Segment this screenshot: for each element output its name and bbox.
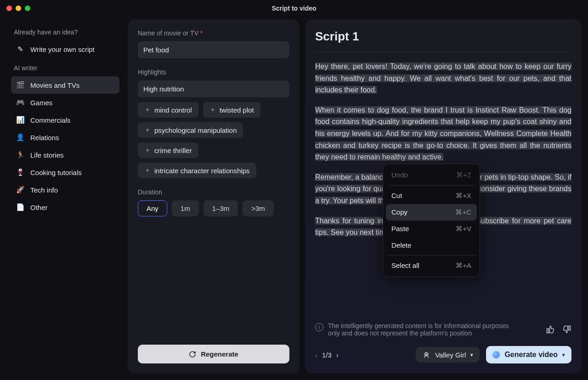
chip-crime-thriller[interactable]: ＋crime thriller [138,142,198,158]
regenerate-label: Regenerate [201,350,238,358]
rocket-icon: 🚀 [16,185,25,194]
sidebar-heading-ai-writer: AI writer [14,64,122,72]
svg-point-0 [425,352,428,355]
sidebar-item-tech[interactable]: 🚀 Tech info [11,181,119,199]
sidebar-item-label: Movies and TVs [30,81,79,89]
chip-label: mind control [154,106,192,114]
sidebar-item-label: Life stories [30,151,64,159]
ctx-label: Cut [391,192,402,200]
chip-twisted-plot[interactable]: ＋twisted plot [203,102,260,118]
regenerate-button[interactable]: Regenerate [138,345,289,363]
plus-icon: ＋ [144,166,151,175]
window-title: Script to video [0,5,588,12]
duration-options: Any 1m 1–3m >3m [138,200,289,216]
name-input[interactable] [138,41,289,58]
sidebar-item-games[interactable]: 🎮 Games [11,94,119,111]
thumbs-up-icon[interactable] [546,325,555,334]
titlebar: Script to video [0,0,588,17]
name-field-label: Name of movie or TV * [138,29,289,37]
ctx-copy[interactable]: Copy ⌘+C [386,204,477,221]
maximize-window-button[interactable] [25,6,30,11]
duration-label: Duration [138,188,289,196]
sidebar-item-label: Other [30,204,48,211]
plus-icon: ＋ [144,146,151,154]
page-indicator: 1/3 [322,351,332,359]
person-icon: 👤 [16,133,25,142]
ctx-label: Copy [391,208,407,216]
sidebar-item-commercials[interactable]: 📊 Commercials [11,111,119,129]
thumbs-down-icon[interactable] [562,325,571,334]
ctx-label: Select all [391,261,419,270]
window-controls [6,6,30,11]
sidebar-item-label: Tech info [30,186,58,194]
sidebar: Already have an idea? ✎ Write your own s… [6,19,122,374]
highlights-label: Highlights [138,68,289,76]
chip-intricate-relationships[interactable]: ＋intricate character relationships [138,163,256,178]
info-icon: i [315,323,323,331]
clapper-icon: 🎬 [16,80,25,90]
ctx-label: Undo [391,171,408,179]
sidebar-heading-idea: Already have an idea? [14,28,122,36]
sidebar-item-label: Commercials [30,116,71,124]
megaphone-icon: 📊 [16,115,25,125]
sidebar-item-movies-tv[interactable]: 🎬 Movies and TVs [11,76,119,94]
disclaimer-row: i The intelligently generated content is… [315,314,571,337]
close-window-button[interactable] [6,6,12,11]
sidebar-item-label: Cooking tutorials [30,169,82,176]
script-title: Script 1 [315,29,571,52]
sidebar-item-relations[interactable]: 👤 Relations [11,129,119,146]
script-pager: ‹ 1/3 › [315,351,339,359]
script-para-1: Hey there, pet lovers! Today, we're goin… [315,62,571,94]
duration-1m[interactable]: 1m [172,200,199,216]
chip-mind-control[interactable]: ＋mind control [138,102,198,118]
sparkle-orb-icon [492,351,500,358]
sidebar-item-life-stories[interactable]: 🏃 Life stories [11,146,119,164]
duration-any[interactable]: Any [138,200,167,216]
ctx-cut[interactable]: Cut ⌘+X [386,187,477,204]
runner-icon: 🏃 [16,150,25,159]
script-footer: ‹ 1/3 › Valley Girl ▾ Generate video ▾ [315,337,571,363]
next-page-button[interactable]: › [336,351,339,359]
chip-label: psychological manipulation [154,126,237,134]
ctx-label: Delete [391,241,411,249]
minimize-window-button[interactable] [16,6,21,11]
script-para-2: When it comes to dog food, the brand I t… [315,106,571,161]
context-menu: Undo ⌘+Z Cut ⌘+X Copy ⌘+C Paste ⌘+V Dele… [383,164,480,277]
duration-gt3m[interactable]: >3m [243,200,274,216]
ctx-paste[interactable]: Paste ⌘+V [386,221,477,237]
chevron-down-icon: ▾ [562,352,565,358]
plus-icon: ＋ [144,126,151,134]
refresh-icon [189,351,196,358]
plus-icon: ＋ [209,106,216,114]
sidebar-item-label: Games [30,99,52,107]
ctx-label: Paste [391,225,409,233]
ctx-undo: Undo ⌘+Z [386,167,477,183]
prev-page-button[interactable]: ‹ [315,351,317,359]
sidebar-item-cooking[interactable]: 🍷 Cooking tutorials [11,164,119,181]
name-label-text: Name of movie or TV [138,29,198,37]
chip-label: twisted plot [220,106,254,114]
highlight-chips: ＋mind control ＋twisted plot ＋psychologic… [138,102,289,178]
disclaimer-text: The intelligently generated content is f… [328,322,521,337]
wine-icon: 🍷 [16,168,25,177]
voice-icon [422,351,430,359]
ctx-separator [388,185,475,186]
ctx-delete[interactable]: Delete [386,237,477,253]
generate-video-button[interactable]: Generate video ▾ [486,346,571,363]
page-current: 1 [322,351,326,359]
ctx-shortcut: ⌘+C [455,208,471,216]
duration-1-3m[interactable]: 1–3m [204,200,238,216]
page-total: 3 [328,351,332,359]
ctx-select-all[interactable]: Select all ⌘+A [386,257,477,274]
chip-psych-manipulation[interactable]: ＋psychological manipulation [138,122,243,138]
highlight-input[interactable] [138,80,289,97]
sidebar-item-other[interactable]: 📄 Other [11,199,119,216]
sidebar-item-label: Relations [30,134,59,142]
sidebar-write-own[interactable]: ✎ Write your own script [11,40,119,58]
generate-label: Generate video [504,351,558,359]
voice-selector[interactable]: Valley Girl ▾ [416,347,480,363]
ctx-shortcut: ⌘+A [456,261,471,270]
sidebar-item-label: Write your own script [30,45,95,53]
chevron-down-icon: ▾ [470,352,473,358]
pencil-icon: ✎ [16,45,25,54]
